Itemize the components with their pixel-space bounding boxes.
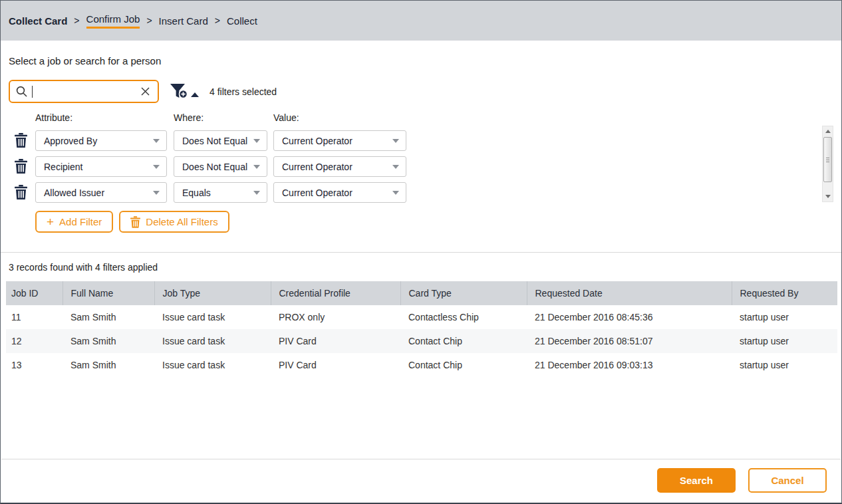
cell-requested-date: 21 December 2016 08:51:07 xyxy=(527,329,732,353)
delete-filter-button[interactable] xyxy=(15,133,27,148)
clear-search-button[interactable] xyxy=(139,85,152,98)
delete-filter-button[interactable] xyxy=(15,185,27,199)
search-button[interactable]: Search xyxy=(657,468,736,493)
attribute-dropdown-value: Recipient xyxy=(44,162,82,172)
column-header-full-name[interactable]: Full Name xyxy=(63,281,154,305)
column-header-job-type[interactable]: Job Type xyxy=(154,281,271,305)
where-dropdown[interactable]: Equals xyxy=(174,182,267,203)
chevron-down-icon xyxy=(153,191,160,195)
records-summary: 3 records found with 4 filters applied xyxy=(9,262,833,273)
cell-full-name: Sam Smith xyxy=(63,353,154,377)
cell-full-name: Sam Smith xyxy=(63,329,154,353)
breadcrumb-collect-card[interactable]: Collect Card xyxy=(9,15,67,27)
add-filter-label: Add Filter xyxy=(59,216,102,227)
trash-icon xyxy=(15,185,27,199)
breadcrumb-separator: > xyxy=(215,15,220,26)
value-dropdown[interactable]: Current Operator xyxy=(273,182,406,203)
cell-job-id: 11 xyxy=(6,305,63,329)
job-row-13[interactable]: 13 Sam Smith Issue card task PIV Card Co… xyxy=(6,353,837,377)
scroll-down-button[interactable] xyxy=(823,191,833,201)
trash-icon xyxy=(130,216,140,228)
delete-all-filters-button[interactable]: Delete All Filters xyxy=(119,211,229,233)
column-header-requested-date[interactable]: Requested Date xyxy=(527,281,732,305)
add-filter-button[interactable]: + Add Filter xyxy=(35,211,113,233)
job-row-12[interactable]: 12 Sam Smith Issue card task PIV Card Co… xyxy=(6,329,837,353)
trash-icon xyxy=(15,133,27,148)
close-icon xyxy=(140,86,150,96)
cancel-button[interactable]: Cancel xyxy=(748,468,827,493)
attribute-dropdown-value: Allowed Issuer xyxy=(44,188,104,198)
collect-card-window: Collect Card > Confirm Job > Insert Card… xyxy=(0,0,842,504)
column-header-job-id[interactable]: Job ID xyxy=(6,281,63,305)
value-dropdown-value: Current Operator xyxy=(282,162,352,172)
search-input[interactable] xyxy=(33,83,139,100)
cell-credential-profile: PROX only xyxy=(271,305,400,329)
page-subtitle: Select a job or search for a person xyxy=(9,55,833,66)
scroll-up-button[interactable] xyxy=(823,126,833,136)
value-dropdown[interactable]: Current Operator xyxy=(273,130,406,151)
column-header-requested-by[interactable]: Requested By xyxy=(732,281,837,305)
triangle-down-icon xyxy=(825,195,831,198)
cell-job-type: Issue card task xyxy=(154,329,271,353)
breadcrumb: Collect Card > Confirm Job > Insert Card… xyxy=(1,1,841,41)
filters-selected-count: 4 filters selected xyxy=(210,86,277,97)
attribute-dropdown[interactable]: Allowed Issuer xyxy=(35,182,167,203)
search-icon xyxy=(16,86,27,97)
cell-card-type: Contactless Chip xyxy=(400,305,527,329)
chevron-down-icon xyxy=(392,165,399,169)
chevron-down-icon xyxy=(153,139,160,143)
trash-icon xyxy=(15,159,27,174)
cell-job-type: Issue card task xyxy=(154,305,271,329)
filter-panel-scrollbar[interactable] xyxy=(822,126,833,202)
filter-add-icon xyxy=(170,83,189,100)
cell-requested-by: startup user xyxy=(732,353,837,377)
breadcrumb-collect[interactable]: Collect xyxy=(227,15,257,27)
chevron-down-icon xyxy=(253,139,260,143)
cell-job-type: Issue card task xyxy=(154,353,271,377)
triangle-up-icon xyxy=(825,130,831,133)
delete-all-filters-label: Delete All Filters xyxy=(146,216,217,227)
cell-full-name: Sam Smith xyxy=(63,305,154,329)
cell-card-type: Contact Chip xyxy=(400,329,527,353)
where-dropdown-value: Does Not Equal xyxy=(182,162,247,172)
scrollbar-grip xyxy=(826,158,829,164)
attribute-dropdown[interactable]: Recipient xyxy=(35,156,167,177)
section-divider xyxy=(1,252,841,253)
cell-job-id: 13 xyxy=(6,353,63,377)
delete-filter-button[interactable] xyxy=(15,159,27,174)
breadcrumb-separator: > xyxy=(74,15,79,26)
breadcrumb-separator: > xyxy=(146,15,152,26)
column-header-credential-profile[interactable]: Credential Profile xyxy=(271,281,400,305)
where-dropdown[interactable]: Does Not Equal xyxy=(174,156,267,177)
breadcrumb-insert-card[interactable]: Insert Card xyxy=(159,15,208,27)
breadcrumb-confirm-job[interactable]: Confirm Job xyxy=(86,13,140,29)
footer-action-bar: Search Cancel xyxy=(1,459,841,501)
search-box[interactable] xyxy=(9,80,159,103)
cell-requested-date: 21 December 2016 09:03:13 xyxy=(527,353,732,377)
column-header-card-type[interactable]: Card Type xyxy=(400,281,527,305)
cell-requested-by: startup user xyxy=(732,305,837,329)
where-dropdown[interactable]: Does Not Equal xyxy=(174,130,267,151)
value-dropdown[interactable]: Current Operator xyxy=(273,156,406,177)
attribute-dropdown-value: Approved By xyxy=(44,136,97,146)
value-dropdown-value: Current Operator xyxy=(282,188,352,198)
value-column-label: Value: xyxy=(273,112,299,123)
attribute-column-label: Attribute: xyxy=(35,112,72,123)
filter-panel: Attribute: Where: Value: xyxy=(9,112,833,243)
cell-card-type: Contact Chip xyxy=(400,353,527,377)
cell-requested-by: startup user xyxy=(732,329,837,353)
cell-credential-profile: PIV Card xyxy=(271,353,400,377)
table-header-row: Job ID Full Name Job Type Credential Pro… xyxy=(6,281,837,305)
cell-job-id: 12 xyxy=(6,329,63,353)
scrollbar-thumb[interactable] xyxy=(823,137,832,182)
chevron-down-icon xyxy=(253,191,260,195)
attribute-dropdown[interactable]: Approved By xyxy=(35,130,167,151)
value-dropdown-value: Current Operator xyxy=(282,136,352,146)
plus-icon: + xyxy=(47,215,54,228)
cell-requested-date: 21 December 2016 08:45:36 xyxy=(527,305,732,329)
filter-panel-toggle[interactable] xyxy=(170,83,199,100)
where-dropdown-value: Does Not Equal xyxy=(182,136,247,146)
chevron-down-icon xyxy=(392,191,399,195)
job-row-11[interactable]: 11 Sam Smith Issue card task PROX only C… xyxy=(6,305,837,329)
collapse-filters-icon xyxy=(191,92,199,97)
